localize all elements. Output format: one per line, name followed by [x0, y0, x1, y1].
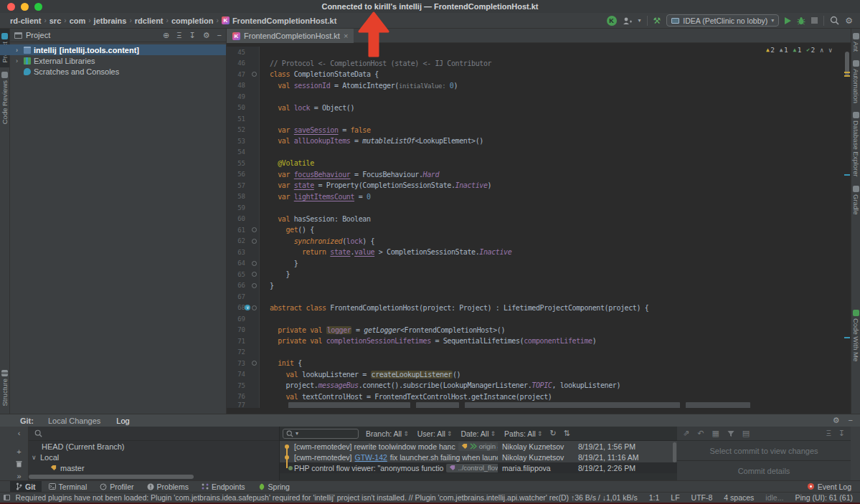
sidebar-item-database-explorer[interactable]: Database Explorer [851, 108, 860, 181]
toolwindow-button-endpoints[interactable]: Endpoints [196, 481, 251, 493]
breadcrumb-file[interactable]: FrontendCompletionHost.kt [232, 16, 336, 25]
code-line[interactable]: 77 [227, 402, 851, 408]
inspection-ok-badge[interactable]: ✔2 [806, 46, 815, 54]
status-segment[interactable]: idle... [765, 493, 783, 502]
event-log-button[interactable]: Event Log [818, 482, 851, 491]
code-line[interactable]: 68∨abstract class FrontendCompletionHost… [227, 303, 851, 314]
panel-settings-gear-icon[interactable]: ⚙ [833, 416, 840, 425]
refresh-icon[interactable]: ↻ [549, 429, 556, 438]
close-tab-icon[interactable]: × [344, 32, 348, 40]
code-line[interactable]: 65 } [227, 269, 851, 280]
tree-item[interactable]: Scratches and Consoles [10, 66, 226, 77]
prev-problem-icon[interactable]: ∧ [820, 47, 823, 54]
chevron-right-icon[interactable]: › [16, 47, 21, 54]
add-icon[interactable]: + [16, 447, 21, 456]
user-avatar[interactable]: K [607, 16, 617, 26]
commit-row[interactable]: [cwm-remotedev] GTW-142 fix launcher.sh … [280, 452, 677, 462]
code-area[interactable]: ▲2▲1▲1✔2∧∨ 4546// Protocol <- Completion… [227, 43, 851, 414]
code-line[interactable]: 55 @Volatile [227, 158, 851, 169]
debug-button[interactable] [797, 16, 805, 25]
breadcrumb-item[interactable]: rdclient [135, 16, 164, 25]
filter-funnel-icon[interactable] [727, 430, 734, 437]
fold-marker-icon[interactable] [252, 361, 257, 366]
vertical-scrollbar[interactable] [673, 442, 676, 462]
revert-icon[interactable]: ↶ [697, 429, 704, 438]
status-segment[interactable]: UTF-8 [691, 493, 713, 502]
code-line[interactable]: 57 var state = Property(CompletionSessio… [227, 180, 851, 191]
log-filter[interactable]: Date: All⇕ [460, 429, 496, 438]
hide-panel-icon[interactable]: − [849, 416, 853, 425]
next-problem-icon[interactable]: ∨ [828, 47, 832, 54]
code-line[interactable]: 45 [227, 47, 851, 58]
fold-marker-icon[interactable] [252, 272, 257, 277]
collapse-all-icon[interactable]: ↧ [838, 429, 845, 438]
breadcrumb-item[interactable]: completion [171, 16, 214, 25]
collapse-all-icon[interactable]: Ξ [176, 31, 181, 40]
fold-marker-icon[interactable] [252, 72, 257, 77]
branch-item[interactable]: HEAD (Current Branch) [29, 441, 279, 452]
code-line[interactable]: 73 init { [227, 358, 851, 369]
code-line[interactable]: 47class CompletionStateData { [227, 69, 851, 80]
panel-settings-gear-icon[interactable]: ⚙ [203, 31, 210, 40]
chevron-right-icon[interactable]: › [16, 57, 21, 65]
show-diff-icon[interactable]: ▦ [712, 429, 719, 438]
code-line[interactable]: 75 project.messageBus.connect().subscrib… [227, 380, 851, 391]
commit-row[interactable]: [cwm-remotedev] rewrite toolwindow mode … [280, 441, 677, 452]
commit-search-field[interactable]: ▾ [283, 429, 359, 439]
inspection-typo-badge[interactable]: ▲1 [793, 46, 801, 54]
horizontal-scrollbar[interactable] [29, 475, 272, 479]
code-line[interactable]: 51 [227, 113, 851, 125]
cherry-pick-icon[interactable]: ⇗ [683, 429, 689, 438]
code-line[interactable]: 71 private val completionSessionLifetime… [227, 336, 851, 347]
editor-tab[interactable]: FrontendCompletionHost.kt × [227, 29, 354, 43]
code-line[interactable]: 76 val textControlHost = FrontendTextCon… [227, 391, 851, 403]
toolwindow-button-profiler[interactable]: Profiler [94, 481, 139, 493]
breadcrumb-item[interactable]: jetbrains [94, 16, 127, 25]
delete-icon[interactable] [16, 460, 22, 467]
toolwindow-button-spring[interactable]: Spring [252, 481, 296, 493]
inspections-widget[interactable]: ▲2▲1▲1✔2∧∨ [766, 46, 832, 54]
code-line[interactable]: 58 var lightItemsCount = 0 [227, 191, 851, 203]
expand-all-icon[interactable]: Ξ [826, 429, 831, 438]
code-line[interactable]: 70 private val logger = getLogger<Fronte… [227, 325, 851, 336]
connected-users-icon[interactable] [623, 16, 633, 25]
tab-local-changes[interactable]: Local Changes [47, 416, 102, 426]
status-segment[interactable]: 4 spaces [724, 493, 754, 502]
code-line[interactable]: 53 val allLookupItems = mutableListOf<Lo… [227, 135, 851, 147]
sidebar-item-structure[interactable]: Structure [0, 366, 9, 411]
tree-item[interactable]: ›External Libraries [10, 55, 226, 66]
code-line[interactable]: 67 [227, 291, 851, 303]
inspection-weak-warning-badge[interactable]: ▲1 [780, 46, 788, 54]
branch-item[interactable]: ∨Local [29, 452, 279, 462]
commit-row[interactable]: PHP control flow viewer: "anonymous func… [280, 462, 677, 473]
hide-panel-icon[interactable]: − [217, 31, 222, 40]
status-segment[interactable]: (D) ↑36 B/s / ↓1,01 kB/s [558, 493, 637, 502]
inspection-warning-badge[interactable]: ▲2 [766, 46, 775, 54]
build-hammer-icon[interactable]: ⚒ [653, 16, 661, 26]
maximize-window-button[interactable] [34, 3, 42, 11]
code-line[interactable]: 64 } [227, 258, 851, 270]
sidebar-item-ant[interactable]: Ant [851, 29, 860, 56]
toolwindow-toggle-icon[interactable] [4, 495, 10, 500]
editor-scrollbar[interactable] [844, 43, 851, 414]
code-line[interactable]: 52 var saveSession = false [227, 125, 851, 136]
sidebar-item-automation[interactable]: Automation [851, 56, 860, 108]
fold-marker-icon[interactable] [252, 227, 257, 232]
sidebar-item-code-reviews[interactable]: Code Reviews [0, 67, 9, 128]
status-segment[interactable]: 1:1 [649, 493, 660, 502]
implemented-marker-icon[interactable]: ∨ [245, 305, 250, 310]
status-segment[interactable]: Ping (UI): 61 (61) [795, 493, 853, 502]
code-line[interactable]: 63 return state.value > CompletionSessio… [227, 247, 851, 258]
more-icon[interactable]: » [16, 472, 21, 480]
code-line[interactable]: 46// Protocol <- CompletionHost (state) … [227, 58, 851, 70]
code-line[interactable]: 61 get() { [227, 224, 851, 236]
tree-item[interactable]: ›intellij [intellij.tools.content] [0, 44, 226, 55]
code-line[interactable]: 60 val hasSession: Boolean [227, 214, 851, 225]
breadcrumb-item[interactable]: rd-client [10, 16, 41, 25]
code-line[interactable]: 72 [227, 347, 851, 358]
breadcrumb-item[interactable]: src [49, 16, 62, 25]
chevron-down-icon[interactable]: ∨ [32, 454, 37, 461]
scroll-to-source-icon[interactable]: ↧ [189, 31, 195, 40]
status-message[interactable]: Required plugins have not been loaded: P… [16, 493, 559, 502]
stop-button[interactable] [811, 17, 818, 24]
